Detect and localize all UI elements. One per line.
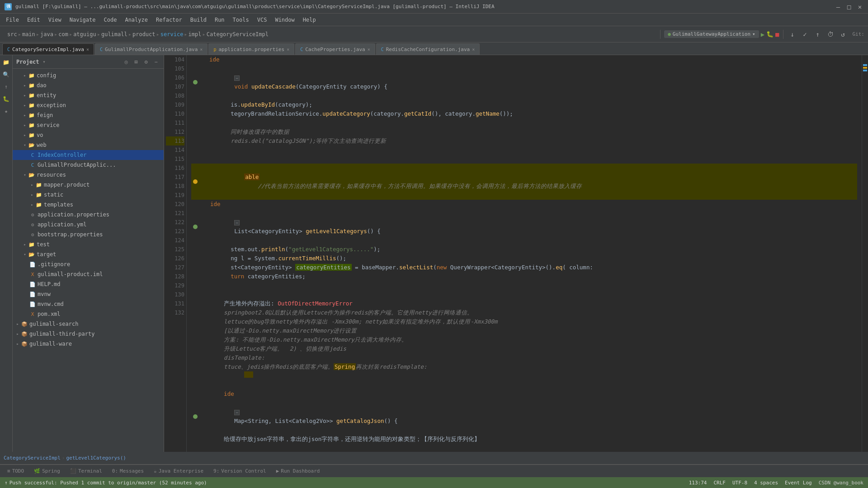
tree-item-target[interactable]: ▾ 📂 target	[13, 249, 164, 259]
tree-item-pom[interactable]: X pom.xml	[13, 309, 164, 319]
tab-close-3[interactable]: ×	[287, 47, 289, 52]
tab-java-enterprise[interactable]: ☕ Java Enterprise	[151, 467, 206, 475]
bc-java[interactable]: java	[40, 31, 53, 38]
tab-category-service-impl[interactable]: C CategoryServiceImpl.java ×	[2, 43, 94, 55]
tree-item-app-props[interactable]: ⚙ application.properties	[13, 210, 164, 220]
bc-atguigu[interactable]: atguigu	[73, 31, 96, 38]
tree-item-vo[interactable]: ▸ 📁 vo	[13, 130, 164, 140]
tab-messages[interactable]: 0: Messages	[109, 467, 146, 475]
tree-item-gitignore[interactable]: 📄 .gitignore	[13, 259, 164, 269]
activity-search[interactable]: 🔍	[1, 70, 11, 80]
fold-131[interactable]: −	[234, 410, 240, 415]
code-content[interactable]: ide − void updateCascade(CategoryEntity …	[187, 55, 862, 452]
menu-help[interactable]: Help	[299, 15, 320, 24]
minimize-button[interactable]: —	[835, 3, 842, 10]
bc-impl[interactable]: impl	[189, 31, 202, 38]
bc-class[interactable]: CategoryServiceImpl	[207, 31, 269, 38]
sidebar-settings-btn[interactable]: ⚙	[142, 58, 150, 66]
tab-close-1[interactable]: ×	[86, 47, 89, 52]
bc-product[interactable]: product	[132, 31, 156, 38]
tree-item-bootstrap-props[interactable]: ⚙ bootstrap.properties	[13, 230, 164, 239]
tree-item-config[interactable]: ▸ 📁 config	[13, 70, 164, 80]
menu-window[interactable]: Window	[271, 15, 298, 24]
nav-method[interactable]: getLevel1Categorys()	[66, 455, 126, 461]
activity-favorites[interactable]: ★	[1, 106, 11, 116]
tab-spring[interactable]: 🌿 Spring	[31, 467, 63, 475]
tree-item-mvnw[interactable]: 📄 mvnw	[13, 289, 164, 299]
tree-item-gulimall-search[interactable]: ▸ 📦 gulimall-search	[13, 319, 164, 329]
tree-item-index-controller[interactable]: C IndexController	[13, 150, 164, 160]
fold-105[interactable]: −	[234, 75, 240, 81]
stop-button[interactable]: ■	[775, 31, 779, 38]
tab-todo[interactable]: ≡ TODO	[5, 467, 27, 475]
menu-build[interactable]: Build	[187, 15, 210, 24]
fold-115[interactable]: −	[234, 220, 240, 225]
nav-class[interactable]: CategoryServiceImpl	[4, 455, 61, 461]
menu-navigate[interactable]: Navigate	[66, 15, 99, 24]
vcs-update-button[interactable]: ↓	[787, 29, 798, 40]
menu-refactor[interactable]: Refactor	[152, 15, 186, 24]
tab-close-4[interactable]: ×	[368, 47, 370, 52]
tree-item-static[interactable]: ▸ 📁 static	[13, 190, 164, 200]
tab-redis-cache-config[interactable]: C RedisCacheConfiguration.java ×	[376, 43, 480, 55]
tree-item-mapper[interactable]: ▸ 📁 mapper.product	[13, 180, 164, 190]
activity-git[interactable]: ↑	[1, 82, 11, 92]
tree-item-dao[interactable]: ▸ 📁 dao	[13, 80, 164, 90]
bc-main[interactable]: main	[22, 31, 35, 38]
editor-scrollbar[interactable]	[862, 55, 868, 452]
bc-src[interactable]: src	[7, 31, 17, 38]
vcs-push-button[interactable]: ↑	[812, 29, 823, 40]
tree-item-gulimall-ware[interactable]: ▸ 📦 gulimall-ware	[13, 339, 164, 349]
menu-tools[interactable]: Tools	[229, 15, 253, 24]
tree-item-feign[interactable]: ▸ 📁 feign	[13, 110, 164, 120]
tab-run-dashboard[interactable]: ▶ Run Dashboard	[274, 467, 323, 475]
vcs-commit-button[interactable]: ✓	[800, 29, 811, 40]
menu-code[interactable]: Code	[100, 15, 121, 24]
sidebar-dropdown[interactable]: ▾	[43, 59, 46, 64]
activity-debug[interactable]: 🐛	[1, 94, 11, 104]
sidebar-expand-btn[interactable]: ⊞	[132, 58, 140, 66]
status-indent[interactable]: 4 spaces	[754, 480, 778, 486]
status-encoding[interactable]: UTF-8	[732, 480, 747, 486]
tree-item-templates[interactable]: ▸ 📁 templates	[13, 200, 164, 210]
tree-item-iml[interactable]: X gulimall-product.iml	[13, 269, 164, 279]
tree-item-resources[interactable]: ▾ 📂 resources	[13, 170, 164, 180]
bc-gulimall[interactable]: gulimall	[101, 31, 127, 38]
vcs-revert-button[interactable]: ↺	[838, 29, 849, 40]
tree-item-gulimall-third-party[interactable]: ▸ 📦 gulimall-third-party	[13, 329, 164, 339]
tree-item-mvnw-cmd[interactable]: 📄 mvnw.cmd	[13, 299, 164, 309]
tree-item-app-yml[interactable]: ⚙ application.yml	[13, 220, 164, 230]
tree-item-entity[interactable]: ▸ 📁 entity	[13, 90, 164, 100]
tab-version-control[interactable]: 9: Version Control	[211, 467, 269, 475]
tab-close-2[interactable]: ×	[200, 47, 203, 52]
sidebar-locate-btn[interactable]: ◎	[122, 58, 130, 66]
menu-run[interactable]: Run	[211, 15, 228, 24]
menu-vcs[interactable]: VCS	[254, 15, 271, 24]
tree-item-service[interactable]: ▸ 📁 service	[13, 120, 164, 130]
menu-view[interactable]: View	[45, 15, 65, 24]
status-position[interactable]: 113:74	[689, 480, 707, 486]
status-event-log[interactable]: Event Log	[785, 480, 812, 486]
tree-item-gulimall-app[interactable]: C GulimallProductApplic...	[13, 160, 164, 170]
tree-item-test[interactable]: ▸ 📁 test	[13, 239, 164, 249]
tab-close-5[interactable]: ×	[472, 47, 475, 52]
tab-application-properties[interactable]: p application.properties ×	[208, 43, 294, 55]
tab-cache-properties[interactable]: C CacheProperties.java ×	[295, 43, 375, 55]
run-config-selector[interactable]: ● GulimallGatewayApplication ▾	[664, 30, 759, 38]
menu-edit[interactable]: Edit	[24, 15, 44, 24]
close-button[interactable]: ✕	[856, 3, 863, 10]
run-button[interactable]: ▶	[761, 31, 764, 38]
activity-project[interactable]: 📁	[1, 57, 11, 67]
menu-analyze[interactable]: Analyze	[121, 15, 151, 24]
menu-file[interactable]: File	[2, 15, 23, 24]
tree-item-web[interactable]: ▾ 📂 web	[13, 140, 164, 150]
tab-gulimall-product-app[interactable]: C GulimallProductApplication.java ×	[95, 43, 208, 55]
tab-terminal[interactable]: ⬛ Terminal	[67, 467, 105, 475]
status-line-ending[interactable]: CRLF	[713, 480, 726, 486]
bc-com[interactable]: com	[58, 31, 68, 38]
bc-service[interactable]: service	[160, 31, 184, 38]
sidebar-collapse-btn[interactable]: −	[152, 58, 160, 66]
debug-button[interactable]: 🐛	[766, 31, 774, 38]
tree-item-exception[interactable]: ▸ 📁 exception	[13, 100, 164, 110]
tree-item-help[interactable]: 📄 HELP.md	[13, 279, 164, 289]
